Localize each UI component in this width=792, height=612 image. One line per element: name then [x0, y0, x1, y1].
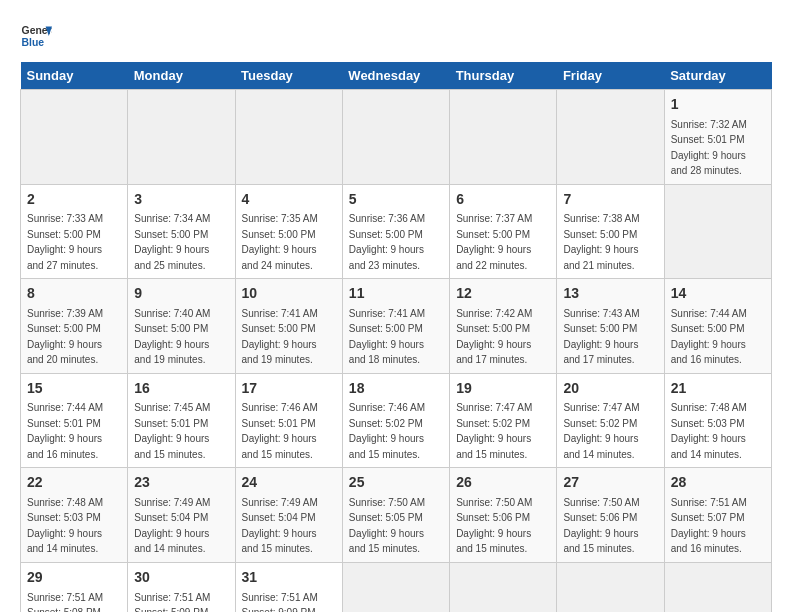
day-of-week-header: Tuesday	[235, 62, 342, 90]
calendar-cell	[557, 562, 664, 612]
calendar-cell: 5Sunrise: 7:36 AMSunset: 5:00 PMDaylight…	[342, 184, 449, 279]
calendar-cell: 18Sunrise: 7:46 AMSunset: 5:02 PMDayligh…	[342, 373, 449, 468]
calendar-cell	[664, 562, 771, 612]
day-number: 15	[27, 379, 121, 399]
day-info: Sunrise: 7:46 AMSunset: 5:02 PMDaylight:…	[349, 402, 425, 460]
day-number: 27	[563, 473, 657, 493]
day-info: Sunrise: 7:48 AMSunset: 5:03 PMDaylight:…	[671, 402, 747, 460]
calendar-cell: 20Sunrise: 7:47 AMSunset: 5:02 PMDayligh…	[557, 373, 664, 468]
day-info: Sunrise: 7:47 AMSunset: 5:02 PMDaylight:…	[456, 402, 532, 460]
day-info: Sunrise: 7:44 AMSunset: 5:00 PMDaylight:…	[671, 308, 747, 366]
calendar-cell: 14Sunrise: 7:44 AMSunset: 5:00 PMDayligh…	[664, 279, 771, 374]
logo-icon: General Blue	[20, 20, 52, 52]
calendar-week-row: 2Sunrise: 7:33 AMSunset: 5:00 PMDaylight…	[21, 184, 772, 279]
calendar-cell	[557, 90, 664, 185]
days-of-week-row: SundayMondayTuesdayWednesdayThursdayFrid…	[21, 62, 772, 90]
day-number: 28	[671, 473, 765, 493]
day-info: Sunrise: 7:50 AMSunset: 5:06 PMDaylight:…	[563, 497, 639, 555]
calendar-cell: 11Sunrise: 7:41 AMSunset: 5:00 PMDayligh…	[342, 279, 449, 374]
day-info: Sunrise: 7:38 AMSunset: 5:00 PMDaylight:…	[563, 213, 639, 271]
day-number: 23	[134, 473, 228, 493]
day-info: Sunrise: 7:42 AMSunset: 5:00 PMDaylight:…	[456, 308, 532, 366]
calendar-week-row: 22Sunrise: 7:48 AMSunset: 5:03 PMDayligh…	[21, 468, 772, 563]
day-number: 31	[242, 568, 336, 588]
day-number: 9	[134, 284, 228, 304]
day-info: Sunrise: 7:43 AMSunset: 5:00 PMDaylight:…	[563, 308, 639, 366]
day-info: Sunrise: 7:34 AMSunset: 5:00 PMDaylight:…	[134, 213, 210, 271]
day-number: 29	[27, 568, 121, 588]
day-number: 20	[563, 379, 657, 399]
day-number: 2	[27, 190, 121, 210]
day-info: Sunrise: 7:47 AMSunset: 5:02 PMDaylight:…	[563, 402, 639, 460]
day-number: 25	[349, 473, 443, 493]
calendar-cell: 2Sunrise: 7:33 AMSunset: 5:00 PMDaylight…	[21, 184, 128, 279]
day-number: 11	[349, 284, 443, 304]
day-info: Sunrise: 7:33 AMSunset: 5:00 PMDaylight:…	[27, 213, 103, 271]
calendar-cell: 29Sunrise: 7:51 AMSunset: 5:08 PMDayligh…	[21, 562, 128, 612]
day-number: 21	[671, 379, 765, 399]
calendar-cell	[128, 90, 235, 185]
calendar-cell: 28Sunrise: 7:51 AMSunset: 5:07 PMDayligh…	[664, 468, 771, 563]
calendar-cell: 4Sunrise: 7:35 AMSunset: 5:00 PMDaylight…	[235, 184, 342, 279]
day-number: 13	[563, 284, 657, 304]
day-of-week-header: Sunday	[21, 62, 128, 90]
day-info: Sunrise: 7:48 AMSunset: 5:03 PMDaylight:…	[27, 497, 103, 555]
day-info: Sunrise: 7:50 AMSunset: 5:05 PMDaylight:…	[349, 497, 425, 555]
day-info: Sunrise: 7:32 AMSunset: 5:01 PMDaylight:…	[671, 119, 747, 177]
calendar-cell: 30Sunrise: 7:51 AMSunset: 5:09 PMDayligh…	[128, 562, 235, 612]
calendar-cell: 13Sunrise: 7:43 AMSunset: 5:00 PMDayligh…	[557, 279, 664, 374]
day-number: 16	[134, 379, 228, 399]
day-number: 3	[134, 190, 228, 210]
calendar-cell: 6Sunrise: 7:37 AMSunset: 5:00 PMDaylight…	[450, 184, 557, 279]
calendar-cell: 22Sunrise: 7:48 AMSunset: 5:03 PMDayligh…	[21, 468, 128, 563]
calendar-table: SundayMondayTuesdayWednesdayThursdayFrid…	[20, 62, 772, 612]
day-info: Sunrise: 7:44 AMSunset: 5:01 PMDaylight:…	[27, 402, 103, 460]
calendar-cell	[342, 90, 449, 185]
svg-text:Blue: Blue	[22, 37, 45, 48]
calendar-week-row: 29Sunrise: 7:51 AMSunset: 5:08 PMDayligh…	[21, 562, 772, 612]
day-number: 14	[671, 284, 765, 304]
calendar-body: 1Sunrise: 7:32 AMSunset: 5:01 PMDaylight…	[21, 90, 772, 613]
day-info: Sunrise: 7:45 AMSunset: 5:01 PMDaylight:…	[134, 402, 210, 460]
calendar-cell: 3Sunrise: 7:34 AMSunset: 5:00 PMDaylight…	[128, 184, 235, 279]
day-number: 30	[134, 568, 228, 588]
day-number: 5	[349, 190, 443, 210]
calendar-cell: 12Sunrise: 7:42 AMSunset: 5:00 PMDayligh…	[450, 279, 557, 374]
day-info: Sunrise: 7:51 AMSunset: 5:07 PMDaylight:…	[671, 497, 747, 555]
day-info: Sunrise: 7:51 AMSunset: 9:09 PMDaylight:…	[242, 592, 318, 612]
day-info: Sunrise: 7:41 AMSunset: 5:00 PMDaylight:…	[349, 308, 425, 366]
calendar-cell: 17Sunrise: 7:46 AMSunset: 5:01 PMDayligh…	[235, 373, 342, 468]
calendar-cell: 1Sunrise: 7:32 AMSunset: 5:01 PMDaylight…	[664, 90, 771, 185]
day-number: 22	[27, 473, 121, 493]
day-number: 19	[456, 379, 550, 399]
calendar-cell: 25Sunrise: 7:50 AMSunset: 5:05 PMDayligh…	[342, 468, 449, 563]
calendar-cell: 19Sunrise: 7:47 AMSunset: 5:02 PMDayligh…	[450, 373, 557, 468]
day-info: Sunrise: 7:51 AMSunset: 5:09 PMDaylight:…	[134, 592, 210, 612]
day-of-week-header: Saturday	[664, 62, 771, 90]
calendar-cell: 31Sunrise: 7:51 AMSunset: 9:09 PMDayligh…	[235, 562, 342, 612]
day-info: Sunrise: 7:35 AMSunset: 5:00 PMDaylight:…	[242, 213, 318, 271]
day-of-week-header: Monday	[128, 62, 235, 90]
day-of-week-header: Thursday	[450, 62, 557, 90]
calendar-cell: 9Sunrise: 7:40 AMSunset: 5:00 PMDaylight…	[128, 279, 235, 374]
logo: General Blue	[20, 20, 52, 52]
calendar-week-row: 1Sunrise: 7:32 AMSunset: 5:01 PMDaylight…	[21, 90, 772, 185]
calendar-cell: 21Sunrise: 7:48 AMSunset: 5:03 PMDayligh…	[664, 373, 771, 468]
day-of-week-header: Wednesday	[342, 62, 449, 90]
day-info: Sunrise: 7:40 AMSunset: 5:00 PMDaylight:…	[134, 308, 210, 366]
calendar-cell	[21, 90, 128, 185]
day-info: Sunrise: 7:36 AMSunset: 5:00 PMDaylight:…	[349, 213, 425, 271]
day-info: Sunrise: 7:51 AMSunset: 5:08 PMDaylight:…	[27, 592, 103, 612]
calendar-cell: 8Sunrise: 7:39 AMSunset: 5:00 PMDaylight…	[21, 279, 128, 374]
calendar-week-row: 15Sunrise: 7:44 AMSunset: 5:01 PMDayligh…	[21, 373, 772, 468]
day-number: 4	[242, 190, 336, 210]
day-number: 26	[456, 473, 550, 493]
day-of-week-header: Friday	[557, 62, 664, 90]
day-number: 6	[456, 190, 550, 210]
day-info: Sunrise: 7:50 AMSunset: 5:06 PMDaylight:…	[456, 497, 532, 555]
day-number: 7	[563, 190, 657, 210]
calendar-cell: 7Sunrise: 7:38 AMSunset: 5:00 PMDaylight…	[557, 184, 664, 279]
calendar-week-row: 8Sunrise: 7:39 AMSunset: 5:00 PMDaylight…	[21, 279, 772, 374]
day-info: Sunrise: 7:41 AMSunset: 5:00 PMDaylight:…	[242, 308, 318, 366]
calendar-cell: 16Sunrise: 7:45 AMSunset: 5:01 PMDayligh…	[128, 373, 235, 468]
